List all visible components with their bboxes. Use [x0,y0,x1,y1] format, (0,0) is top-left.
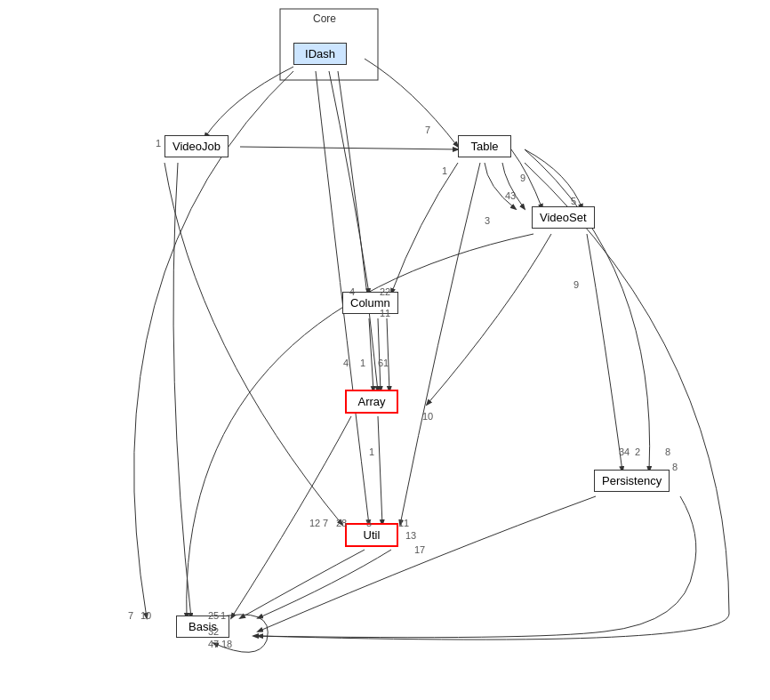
edge-label-12: 12 [309,518,320,528]
edge-label-7b: 7 [323,518,328,528]
videojob-node[interactable]: VideoJob [164,135,229,157]
edge-label-5b: 5 [366,518,372,528]
edge-label-9b: 9 [573,279,579,290]
persistency-node[interactable]: Persistency [594,470,670,492]
edge-label-8a: 8 [672,462,678,472]
edge-label-28: 28 [336,518,347,528]
edge-label-22: 22 [380,286,390,297]
edge-label-25: 25 [208,610,219,621]
idash-node[interactable]: IDash [293,43,347,65]
edge-label-7c: 7 [128,610,133,621]
edge-label-17: 17 [414,544,425,555]
videojob-label: VideoJob [172,140,221,153]
edge-label-8b: 8 [665,447,670,457]
edge-label-9a: 9 [520,173,525,183]
edge-label-18: 18 [221,639,232,649]
edge-label-1e: 1 [221,610,226,621]
edge-label-10: 10 [422,411,433,422]
persistency-label: Persistency [602,474,662,487]
edge-label-5a: 5 [571,196,576,206]
edge-label-47: 47 [208,639,219,649]
edge-label-11b: 11 [398,518,409,528]
table-node[interactable]: Table [458,135,511,157]
edge-label-1d: 1 [369,447,374,457]
edge-label-4b: 4 [343,358,349,368]
edge-label-7a: 7 [425,125,430,135]
edge-label-2: 2 [635,447,640,457]
edge-label-61: 61 [378,358,389,368]
edge-label-4a: 4 [349,286,355,297]
array-label: Array [357,395,385,408]
table-label: Table [470,140,498,153]
array-node[interactable]: Array [345,390,398,414]
edge-label-11a: 11 [380,308,390,318]
edge-label-10b: 10 [140,610,151,621]
edge-label-1a: 1 [156,138,161,149]
edge-label-32: 32 [208,626,219,637]
edge-label-3: 3 [485,215,490,226]
videoset-label: VideoSet [540,211,587,224]
idash-label: IDash [305,47,335,60]
edge-label-43: 43 [505,190,516,201]
videoset-node[interactable]: VideoSet [532,206,595,229]
edge-label-1c: 1 [360,358,365,368]
edge-label-34: 34 [619,447,630,457]
util-label: Util [364,528,381,542]
core-label: Core [313,12,336,25]
edge-label-13: 13 [405,530,416,541]
edge-label-1b: 1 [442,165,447,176]
